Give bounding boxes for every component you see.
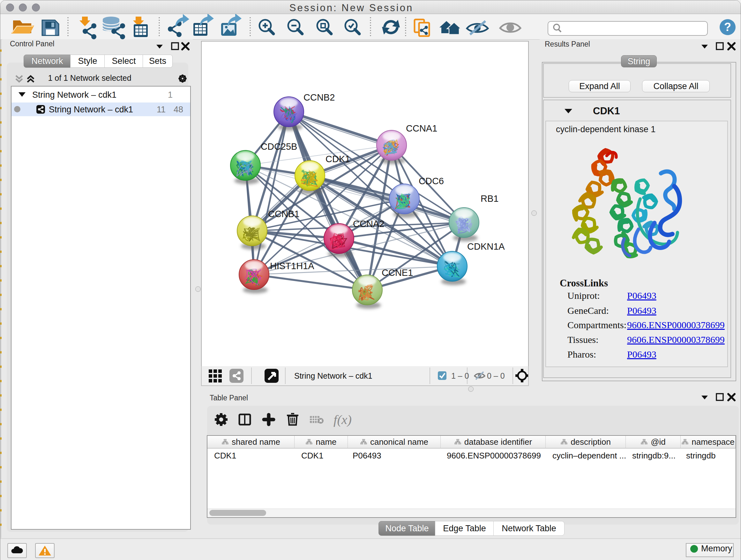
svg-text:?: ?	[724, 20, 731, 34]
svg-text:f(x): f(x)	[333, 412, 352, 427]
svg-text:CDKN1A: CDKN1A	[467, 241, 505, 252]
svg-text:CDC25B: CDC25B	[261, 141, 297, 152]
svg-text:CCNB1: CCNB1	[268, 209, 299, 219]
svg-text:CCNA1: CCNA1	[406, 123, 437, 133]
svg-text:RB1: RB1	[481, 193, 498, 204]
svg-text:CCNB2: CCNB2	[304, 92, 335, 103]
svg-text:CDC6: CDC6	[419, 176, 444, 186]
svg-text:HIST1H1A: HIST1H1A	[270, 261, 314, 271]
svg-text:CCNE1: CCNE1	[382, 267, 413, 278]
svg-text:CCNA2: CCNA2	[353, 219, 384, 229]
svg-text:1 – 0: 1 – 0	[451, 371, 469, 380]
svg-text:String Network – cdk1: String Network – cdk1	[294, 371, 373, 380]
svg-text:0 – 0: 0 – 0	[487, 371, 505, 380]
svg-text:CDK1: CDK1	[326, 154, 350, 164]
